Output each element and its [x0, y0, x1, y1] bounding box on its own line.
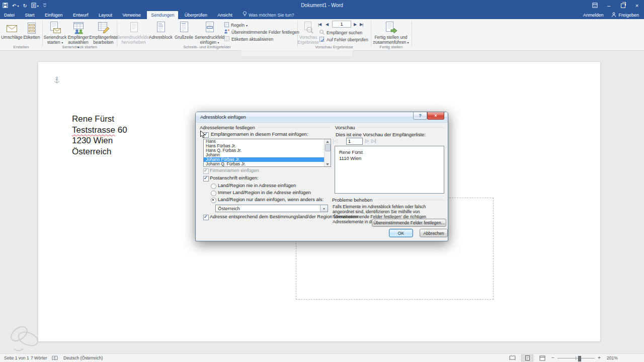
update-labels-icon [224, 36, 230, 43]
etiketten-button[interactable]: Etiketten [22, 20, 41, 40]
share-label: Freigeben [618, 13, 639, 18]
tab-start[interactable]: Start [21, 11, 38, 19]
chevron-down-icon: ▾ [217, 41, 219, 44]
format-listbox[interactable]: Hans Hans Fürbas Jr. Hans Q. Fürbas Jr. … [203, 139, 331, 167]
greeting-line-icon [178, 20, 190, 34]
butterfly-watermark [3, 322, 45, 356]
undo-button[interactable]: ↶▾ [12, 3, 19, 9]
preview-last-button[interactable]: ▷| [371, 138, 376, 143]
auf-fehler-ueberpruefen-button[interactable]: Auf Fehler überprüfen [319, 37, 368, 43]
preview-next-button[interactable]: ▷ [365, 138, 369, 143]
close-button[interactable]: × [630, 0, 644, 11]
format-address-checkbox[interactable]: ✓ [203, 215, 209, 220]
radio-land-immer-label[interactable]: Immer Land/Region in die Adresse einfüge… [218, 190, 311, 195]
tab-einfuegen[interactable]: Einfügen [41, 11, 67, 19]
address-text-block: Rene Fürst Teststrasse 60 1230 Wien Öste… [72, 114, 127, 157]
section-vorschau: Vorschau [335, 125, 444, 130]
format-checkbox-label[interactable]: Empfängernamen in diesem Format einfügen… [211, 131, 308, 137]
postanschrift-checkbox-label[interactable]: Postanschrift einfügen: [210, 175, 259, 180]
zoom-slider-track[interactable] [557, 358, 595, 358]
dialog-close-button[interactable]: × [427, 112, 444, 120]
zoom-level[interactable]: 201% [607, 354, 618, 362]
seriendruck-starten-button[interactable]: Seriendruck starten ▾ [44, 20, 66, 45]
zoom-in-button[interactable]: + [598, 354, 601, 362]
group-label-erstellen: Erstellen [0, 45, 42, 49]
combo-dropdown-button[interactable]: ▼ [320, 205, 328, 212]
language-indicator[interactable]: Deutsch (Österreich) [63, 354, 103, 362]
match-fields-button[interactable]: Übereinstimmende Felder festlegen... [372, 219, 446, 227]
tab-verweise[interactable]: Verweise [118, 11, 145, 19]
tab-ansicht[interactable]: Ansicht [213, 11, 236, 19]
next-record-button[interactable]: ▶ [354, 22, 356, 27]
zoom-slider-thumb[interactable] [578, 356, 581, 361]
last-record-button[interactable]: ▶| [360, 22, 363, 27]
umschlaege-button[interactable]: Umschläge [2, 20, 22, 40]
postanschrift-checkbox[interactable]: ✓ [203, 176, 209, 182]
tab-ueberpruefen[interactable]: Überprüfen [181, 11, 211, 19]
scroll-up-button[interactable] [325, 139, 330, 144]
regeln-button[interactable]: Regeln▾ [224, 22, 248, 28]
print-layout-button[interactable] [521, 354, 533, 361]
edit-recipient-list-icon [97, 20, 110, 34]
list-item[interactable]: Hans Q. Fürbas Jr. [204, 148, 331, 153]
ribbon-display-options-button[interactable] [588, 0, 602, 11]
group-label-vorschau-ergebnisse: Vorschau Ergebnisse [297, 45, 371, 49]
preview-record-input[interactable] [346, 138, 363, 145]
radio-land-bedingt[interactable] [211, 198, 216, 203]
lightbulb-icon [243, 11, 247, 19]
share-button[interactable]: Freigeben [611, 12, 639, 18]
adressblock-button[interactable]: Adressblock [149, 20, 173, 40]
listbox-scrollbar[interactable] [324, 139, 331, 166]
chevron-down-icon: ▾ [246, 24, 248, 27]
radio-land-nie[interactable] [211, 184, 216, 189]
grusszeile-button[interactable]: Grußzeile [173, 20, 195, 40]
tab-entwurf[interactable]: Entwurf [69, 11, 93, 19]
previous-record-button[interactable]: ◀ [326, 22, 328, 27]
empfaenger-auswaehlen-button[interactable]: Empfänger auswählen ▾ [67, 20, 90, 50]
tab-datei[interactable]: Datei [0, 11, 19, 19]
save-button[interactable] [3, 3, 8, 9]
ok-button[interactable]: OK [389, 229, 413, 237]
address-block-icon [155, 20, 167, 34]
page-count[interactable]: Seite 1 von 1 [4, 354, 29, 362]
address-line: 1230 Wien [72, 135, 127, 146]
radio-land-bedingt-label[interactable]: Land/Region nur dann einfügen, wenn ande… [218, 197, 324, 202]
scrollbar-thumb[interactable] [325, 144, 331, 151]
tell-me-label: Was möchten Sie tun? [249, 11, 294, 19]
record-number-input[interactable] [332, 21, 351, 28]
adressblock-einfuegen-dialog: Adressblock einfügen ? × Adresselemente … [195, 112, 448, 241]
dialog-titlebar[interactable]: Adressblock einfügen [196, 112, 448, 123]
tell-me-box[interactable]: Was möchten Sie tun? [238, 11, 298, 19]
first-record-button[interactable]: |◀ [318, 22, 321, 27]
fertig-stellen-button[interactable]: Fertig stellen und zusammenführen ▾ [372, 20, 410, 45]
touch-mouse-mode-button[interactable]: ▾ [31, 3, 39, 9]
list-item[interactable]: Johann Q. Fürbas Jr. [204, 162, 331, 166]
zoom-out-button[interactable]: − [551, 354, 554, 362]
tab-sendungen[interactable]: Sendungen [147, 11, 178, 19]
match-fields-icon [224, 29, 230, 36]
scroll-down-button[interactable] [325, 162, 330, 166]
proofing-icon[interactable] [52, 355, 58, 362]
country-combobox[interactable]: Österreich ▼ [215, 205, 328, 212]
sign-in-button[interactable]: Anmelden [583, 13, 604, 18]
radio-land-nie-label[interactable]: Land/Region nie in Adresse einfügen [218, 183, 296, 188]
tab-layout[interactable]: Layout [95, 11, 116, 19]
radio-land-immer[interactable] [211, 191, 216, 196]
empfaengerliste-bearbeiten-button[interactable]: Empfängerliste bearbeiten [90, 20, 117, 45]
seriendruckfeld-einfuegen-button[interactable]: Seriendruckfeld einfügen ▾ [195, 20, 224, 45]
cancel-button[interactable]: Abbrechen [420, 229, 448, 237]
minimize-button[interactable]: – [602, 0, 616, 11]
redo-button[interactable]: ↻ [23, 3, 27, 9]
read-mode-button[interactable] [506, 354, 518, 361]
word-count[interactable]: 7 Wörter [31, 354, 47, 362]
uebereinstimmende-felder-button[interactable]: Übereinstimmende Felder festlegen [224, 29, 299, 35]
preview-hint: Dies ist eine Vorschau der Empfängerlist… [336, 132, 426, 137]
customize-quick-access-button[interactable] [43, 3, 47, 9]
word-window: ↶▾ ↻ ▾ Dokument1 - Word – × Datei Start … [0, 0, 644, 362]
titlebar: ↶▾ ↻ ▾ Dokument1 - Word – × [0, 0, 644, 11]
finish-merge-icon [384, 20, 397, 34]
web-layout-button[interactable] [536, 354, 548, 361]
dialog-help-button[interactable]: ? [413, 112, 427, 120]
restore-button[interactable] [616, 0, 630, 11]
window-controls: – × [588, 0, 644, 11]
